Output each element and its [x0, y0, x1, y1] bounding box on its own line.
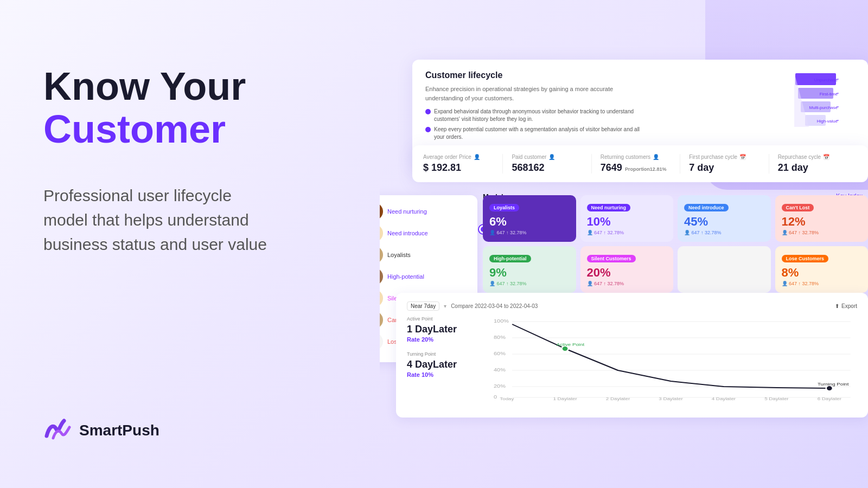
bullet-dot-2: [425, 127, 431, 132]
svg-text:4 Daylater: 4 Daylater: [712, 396, 736, 401]
stat-repurchase: Repurchase cycle 📅 21 day: [769, 154, 857, 174]
lifecycle-title: Customer lifecycle: [425, 70, 664, 80]
user-label-high-potential: High-potential: [387, 273, 424, 280]
turning-day-value: 4 DayLater: [407, 359, 485, 370]
segment-loyalists: Loyalists 6% 👤 647 ↑ 32.78%: [483, 195, 576, 242]
svg-text:Active Point: Active Point: [557, 342, 585, 347]
stat-label-returning: Returning customers 👤: [601, 154, 671, 160]
svg-text:1 Daylater: 1 Daylater: [553, 396, 577, 401]
headline-line2: Customer: [43, 108, 358, 151]
svg-text:80%: 80%: [494, 335, 506, 340]
segment-meta-need-introduce: 👤 647 ↑ 32.78%: [684, 230, 764, 235]
segment-badge-lose: Lose Customers: [782, 255, 829, 262]
segment-badge-high-potential: High-potential: [489, 255, 531, 262]
segment-meta-loyalists: 👤 647 ↑ 32.78%: [489, 230, 570, 235]
svg-text:60%: 60%: [494, 351, 506, 356]
user-row-need-introduce: 👩🏻 Need introduce: [380, 224, 470, 242]
svg-text:Unpurchase: Unpurchase: [814, 78, 838, 82]
segment-meta-silent: 👤 647 ↑ 32.78%: [587, 281, 667, 286]
svg-text:Turning Point: Turning Point: [818, 382, 849, 387]
stats-row: Average order Price 👤 $ 192.81 Paid cust…: [412, 145, 868, 182]
segment-need-introduce: Need introduce 45% 👤 647 ↑ 32.78%: [678, 195, 771, 242]
avatar-high-potential: 🧔🏽: [380, 268, 383, 285]
segment-meta-lose: 👤 647 ↑ 32.78%: [782, 281, 862, 286]
segment-badge-need-introduce: Need introduce: [684, 204, 729, 211]
segment-meta-high-potential: 👤 647 ↑ 32.78%: [489, 281, 570, 286]
active-rate-1: Rate 20%: [407, 336, 485, 343]
svg-text:0: 0: [494, 394, 497, 400]
avatar-silent: 👩🏼: [380, 290, 383, 307]
segment-badge-silent: Silent Customers: [587, 255, 636, 262]
headline-line1: Know Your: [43, 65, 358, 108]
active-point-label: Active Point: [407, 316, 485, 322]
svg-text:Today: Today: [500, 396, 514, 401]
stat-paid: Paid customer 👤 568162: [503, 154, 591, 174]
export-button[interactable]: ⬆ Export: [835, 303, 857, 309]
stat-label-avg-order: Average order Price 👤: [423, 154, 494, 160]
bullet-dot-1: [425, 109, 431, 114]
svg-text:6 Daylater: 6 Daylater: [818, 396, 841, 401]
active-point-card: Near 7day ▾ Compare 2022-03-04 to 2022-0…: [396, 293, 868, 418]
stat-first-cycle: First purchase cycle 📅 7 day: [680, 154, 769, 174]
svg-text:Multi-purchase: Multi-purchase: [809, 105, 838, 110]
user-label-need-introduce: Need introduce: [387, 230, 428, 236]
segment-empty: [678, 246, 771, 293]
active-content: Active Point 1 DayLater Rate 20% Turning…: [407, 316, 857, 403]
segment-pct-cantlost: 12%: [782, 215, 862, 229]
stat-value-returning: 7649 Proportion12.81%: [601, 162, 671, 174]
user-row-high-potential: 🧔🏽 High-potential: [380, 268, 470, 285]
stat-label-paid: Paid customer 👤: [512, 154, 582, 160]
segment-pct-loyalists: 6%: [489, 215, 570, 229]
active-left-panel: Active Point 1 DayLater Rate 20% Turning…: [407, 316, 494, 403]
segment-silent: Silent Customers 20% 👤 647 ↑ 32.78%: [580, 246, 674, 293]
segment-need-nurturing: Need nurturing 10% 👤 647 ↑ 32.78%: [580, 195, 674, 242]
segment-badge-loyalists: Loyalists: [489, 204, 519, 211]
stat-value-first-cycle: 7 day: [689, 162, 760, 174]
svg-text:5 Daylater: 5 Daylater: [764, 396, 788, 401]
logo-area: SmartPush: [43, 416, 159, 445]
stat-value-avg-order: $ 192.81: [423, 162, 494, 174]
avatar-need-introduce: 👩🏻: [380, 224, 383, 242]
filter-period[interactable]: Near 7day: [407, 301, 439, 311]
line-chart: 100% 80% 60% 40% 20% 0: [494, 316, 857, 403]
svg-text:2 Daylater: 2 Daylater: [606, 396, 630, 401]
funnel-chart: Unpurchase First-time Multi-purchase Hig…: [730, 70, 839, 141]
logo-text: SmartPush: [79, 422, 159, 439]
stat-avg-order: Average order Price 👤 $ 192.81: [423, 154, 503, 174]
turning-point-label: Turning Point: [407, 351, 485, 357]
chart-area: 100% 80% 60% 40% 20% 0: [494, 316, 857, 403]
left-panel: Know Your Customer Professional user lif…: [43, 65, 358, 256]
avatar-lose: 👩🏻‍🦳: [380, 333, 383, 350]
svg-text:20%: 20%: [494, 383, 506, 389]
segment-pct-need-introduce: 45%: [684, 215, 764, 229]
headline: Know Your Customer: [43, 65, 358, 151]
stat-value-repurchase: 21 day: [778, 162, 848, 174]
subtitle: Professional user lifecyclemodel that he…: [43, 183, 358, 256]
segment-cantlost: Can't Lost 12% 👤 647 ↑ 32.78%: [775, 195, 869, 242]
smartpush-logo-icon: [43, 416, 72, 445]
stat-returning: Returning customers 👤 7649 Proportion12.…: [592, 154, 680, 174]
segment-lose: Lose Customers 8% 👤 647 ↑ 32.78%: [775, 246, 869, 293]
lifecycle-bullet-2: Keep every potential customer with a seg…: [425, 126, 642, 141]
avatar-loyalists: 👩🏽: [380, 246, 383, 264]
svg-text:First-time: First-time: [820, 92, 838, 97]
segment-meta-need-nurturing: 👤 647 ↑ 32.78%: [587, 230, 667, 235]
svg-text:High-value: High-value: [817, 119, 838, 124]
avatar-need-nurturing: 👩🏿: [380, 203, 383, 220]
lifecycle-bullet-1: Expand behavioral data through anonymous…: [425, 108, 642, 123]
segment-pct-lose: 8%: [782, 266, 862, 280]
active-day-value: 1 DayLater: [407, 324, 485, 335]
active-filters: Near 7day ▾ Compare 2022-03-04 to 2022-0…: [407, 301, 538, 311]
segment-high-potential: High-potential 9% 👤 647 ↑ 32.78%: [483, 246, 576, 293]
segment-badge-cantlost: Can't Lost: [782, 204, 814, 211]
active-rate-2: Rate 10%: [407, 371, 485, 378]
segments-grid: Loyalists 6% 👤 647 ↑ 32.78% Need nurturi…: [483, 195, 868, 293]
lifecycle-desc: Enhance precision in operational strateg…: [425, 85, 631, 102]
right-panel: Customer lifecycle Enhance precision in …: [380, 0, 868, 488]
svg-text:3 Daylater: 3 Daylater: [659, 396, 682, 401]
svg-text:40%: 40%: [494, 367, 506, 373]
user-row-loyalists: 👩🏽 Loyalists: [380, 246, 470, 264]
user-label-need-nurturing: Need nurturing: [387, 208, 427, 215]
segment-meta-cantlost: 👤 647 ↑ 32.78%: [782, 230, 862, 235]
avatar-cantlost: 👩🏽‍🦱: [380, 311, 383, 329]
